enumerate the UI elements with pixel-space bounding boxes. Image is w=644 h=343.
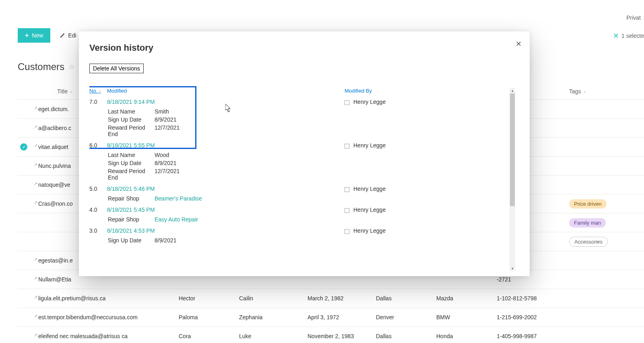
user-checkbox[interactable] bbox=[345, 208, 349, 213]
user-checkbox[interactable] bbox=[345, 229, 349, 234]
version-modified-by: Henry Legge bbox=[345, 206, 386, 213]
sort-desc-icon: ↓ bbox=[99, 89, 101, 93]
version-history-panel: No. ↓ Modified Modified By 7.08/18/2021 … bbox=[89, 88, 515, 271]
version-change: Sign Up Date8/9/2021 bbox=[108, 116, 345, 124]
version-change: Last NameWood bbox=[108, 151, 345, 159]
version-number: 3.0 bbox=[89, 227, 107, 234]
version-row: 7.08/18/2021 9:14 PMLast NameSmithSign U… bbox=[89, 96, 515, 140]
row-title[interactable]: ↗est.tempor.bibendum@neccursusa.com bbox=[34, 314, 179, 320]
cell-tags: Accessories bbox=[569, 237, 644, 247]
cell-phone: 1-405-998-9987 bbox=[497, 333, 569, 339]
lookup-link[interactable]: Beamer's Paradise bbox=[155, 195, 345, 202]
tag-pill[interactable]: Family man bbox=[569, 218, 606, 227]
user-checkbox[interactable] bbox=[345, 100, 349, 105]
link-icon: ↗ bbox=[34, 333, 37, 338]
cell-first: Cora bbox=[179, 333, 239, 339]
version-change: Sign Up Date8/9/2021 bbox=[108, 159, 345, 167]
version-number: 7.0 bbox=[89, 98, 107, 105]
favorite-icon[interactable]: ☆ bbox=[68, 62, 75, 71]
version-change: Last NameSmith bbox=[108, 107, 345, 116]
version-date-link[interactable]: 8/18/2021 4:53 PM bbox=[107, 227, 155, 236]
plus-icon: + bbox=[25, 32, 29, 39]
version-date-link[interactable]: 8/18/2021 5:45 PM bbox=[107, 206, 155, 215]
cell-make: BMW bbox=[436, 314, 497, 320]
link-icon: ↗ bbox=[34, 200, 37, 205]
header-modified-by[interactable]: Modified By bbox=[345, 88, 372, 94]
lookup-link[interactable]: Easy Auto Repair bbox=[155, 216, 345, 223]
tag-pill[interactable]: Accessories bbox=[569, 237, 608, 247]
cell-city: Dallas bbox=[376, 295, 436, 302]
cell-tags: Family man bbox=[569, 218, 644, 227]
cell-make: Mazda bbox=[436, 295, 497, 302]
cell-city: Dallas bbox=[376, 333, 436, 339]
version-change: Repair ShopEasy Auto Repair bbox=[108, 215, 345, 223]
list-heading: Customers ☆ bbox=[18, 61, 75, 72]
header-no[interactable]: No. ↓ bbox=[89, 88, 107, 94]
link-icon: ↗ bbox=[34, 257, 37, 262]
dialog-title: Version history bbox=[89, 43, 518, 53]
clear-selection-icon[interactable]: ✕ bbox=[613, 31, 619, 40]
cell-tags: Price driven bbox=[569, 199, 644, 209]
version-change: Reward Period End12/7/2021 bbox=[108, 167, 345, 182]
privacy-label: Privat bbox=[626, 14, 641, 21]
table-row[interactable]: ↗eleifend nec malesuada@atrisus caCoraLu… bbox=[18, 327, 644, 343]
version-modified-by: Henry Legge bbox=[345, 185, 386, 192]
cell-city: Denver bbox=[376, 314, 436, 320]
link-icon: ↗ bbox=[34, 144, 37, 149]
command-bar: + New Edi bbox=[18, 27, 78, 43]
edit-button[interactable]: Edi bbox=[58, 30, 78, 41]
scroll-down-icon[interactable]: ▾ bbox=[510, 266, 515, 271]
version-date-link[interactable]: 8/18/2021 5:55 PM bbox=[107, 141, 155, 151]
version-row: 3.08/18/2021 4:53 PMSign Up Date8/9/2021… bbox=[89, 225, 515, 246]
row-title[interactable]: ↗Nullam@Etia bbox=[34, 276, 179, 283]
tag-pill[interactable]: Price driven bbox=[569, 199, 607, 209]
cell-dob: March 2, 1982 bbox=[308, 295, 376, 302]
table-row[interactable]: ↗est.tempor.bibendum@neccursusa.comPalom… bbox=[18, 308, 644, 327]
scrollbar-thumb[interactable] bbox=[510, 93, 515, 206]
version-change: Sign Up Date8/9/2021 bbox=[108, 236, 345, 244]
chevron-down-icon: ⌄ bbox=[583, 89, 586, 94]
cell-phone: 1-215-699-2002 bbox=[497, 314, 569, 320]
link-icon: ↗ bbox=[34, 125, 37, 130]
link-icon: ↗ bbox=[34, 276, 37, 281]
version-modified-by: Henry Legge bbox=[345, 98, 386, 105]
version-row: 6.08/18/2021 5:55 PMLast NameWoodSign Up… bbox=[89, 140, 515, 183]
cell-dob: April 3, 1972 bbox=[308, 314, 376, 320]
version-row: 4.08/18/2021 5:45 PMRepair ShopEasy Auto… bbox=[89, 204, 515, 225]
link-icon: ↗ bbox=[34, 163, 37, 167]
user-checkbox[interactable] bbox=[345, 187, 349, 192]
scrollbar[interactable]: ▴ ▾ bbox=[510, 88, 515, 271]
link-icon: ↗ bbox=[34, 295, 37, 300]
version-date-link[interactable]: 8/18/2021 9:14 PM bbox=[107, 98, 155, 107]
chevron-down-icon: ⌄ bbox=[69, 89, 73, 94]
header-modified[interactable]: Modified bbox=[107, 88, 345, 94]
version-modified-by: Henry Legge bbox=[345, 141, 386, 149]
col-tags[interactable]: Tags⌄ bbox=[569, 88, 644, 95]
version-row: 5.08/18/2021 5:46 PMRepair ShopBeamer's … bbox=[89, 183, 515, 204]
selection-count-label: 1 selecte bbox=[621, 33, 644, 39]
version-date-link[interactable]: 8/18/2021 5:46 PM bbox=[107, 185, 155, 194]
cell-first: Paloma bbox=[179, 314, 239, 320]
row-title[interactable]: ↗ligula.elit.pretium@risus.ca bbox=[34, 295, 179, 302]
cell-last: Luke bbox=[239, 333, 308, 339]
user-checkbox[interactable] bbox=[345, 144, 349, 149]
link-icon: ↗ bbox=[34, 182, 37, 186]
table-row[interactable]: ↗ligula.elit.pretium@risus.caHectorCaili… bbox=[18, 289, 644, 308]
edit-button-label: Edi bbox=[68, 32, 76, 39]
version-change: Repair ShopBeamer's Paradise bbox=[108, 194, 345, 202]
delete-all-versions-button[interactable]: Delete All Versions bbox=[89, 64, 144, 73]
scroll-up-icon[interactable]: ▴ bbox=[510, 88, 515, 93]
version-number: 6.0 bbox=[89, 141, 107, 149]
selection-count[interactable]: ✕ 1 selecte bbox=[613, 31, 644, 40]
link-icon: ↗ bbox=[34, 106, 37, 111]
cell-last: Cailin bbox=[239, 295, 308, 302]
version-history-dialog: ✕ Version history Delete All Versions No… bbox=[79, 31, 530, 276]
new-button-label: New bbox=[32, 32, 43, 39]
version-number: 4.0 bbox=[89, 206, 107, 213]
selected-check-icon[interactable]: ✓ bbox=[20, 143, 27, 151]
version-change: Reward Period End12/7/2021 bbox=[108, 124, 345, 138]
row-title[interactable]: ↗eleifend nec malesuada@atrisus ca bbox=[34, 333, 179, 339]
cell-last: Zephania bbox=[239, 314, 308, 320]
cell-first: Hector bbox=[179, 295, 239, 302]
new-button[interactable]: + New bbox=[18, 28, 50, 43]
